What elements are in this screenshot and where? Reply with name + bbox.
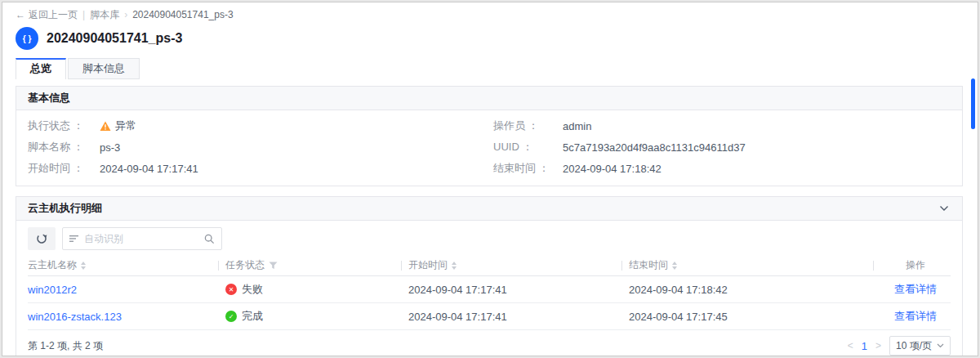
column-divider <box>218 261 219 271</box>
operator-value: admin <box>563 120 591 132</box>
back-button[interactable]: ← 返回上一页 <box>16 8 78 22</box>
column-header-end-time[interactable]: 结束时间 <box>629 258 880 272</box>
column-header-start-time[interactable]: 开始时间 <box>408 258 629 272</box>
basic-info-header: 基本信息 <box>16 87 962 110</box>
column-divider <box>873 261 874 271</box>
tab-overview[interactable]: 总览 <box>16 58 66 79</box>
column-label: 任务状态 <box>225 258 265 272</box>
refresh-button[interactable] <box>28 227 56 250</box>
table-toolbar <box>16 221 962 255</box>
pagination: < 1 > 10 项/页 <box>848 336 951 356</box>
page-size-select[interactable]: 10 项/页 <box>889 336 951 356</box>
tab-bar: 总览 脚本信息 <box>16 58 963 79</box>
end-time-value: 2024-09-04 17:18:42 <box>563 163 662 175</box>
back-label: 返回上一页 <box>29 8 78 22</box>
current-page-number[interactable]: 1 <box>862 340 867 352</box>
basic-info-body: 执行状态 ： 异常 脚本名称 ： ps-3 开始时间 ： <box>16 110 962 186</box>
vm-exec-detail-card: 云主机执行明细 <box>16 196 963 356</box>
field-label: UUID ： <box>493 140 563 154</box>
start-time-value: 2024-09-04 17:17:41 <box>100 163 198 175</box>
table-row: win2016-zstack.123 ✓ 完成 2024-09-04 17:17… <box>28 303 951 330</box>
column-label: 云主机名称 <box>28 258 77 272</box>
exec-status-value: 异常 <box>115 119 136 133</box>
status-text: 失败 <box>242 282 263 297</box>
success-icon: ✓ <box>225 311 237 322</box>
column-label: 结束时间 <box>629 258 668 272</box>
page-size-value: 10 项/页 <box>896 339 932 353</box>
field-label: 结束时间 ： <box>493 161 563 176</box>
column-header-actions: 操作 <box>880 258 951 272</box>
page-title: 20240904051741_ps-3 <box>47 31 182 46</box>
sort-icon[interactable] <box>452 262 457 270</box>
row-end-time: 2024-09-04 17:17:45 <box>629 311 880 323</box>
view-details-link[interactable]: 查看详情 <box>894 310 937 322</box>
field-label: 脚本名称 ： <box>28 140 100 154</box>
breadcrumb-item-script-library[interactable]: 脚本库 <box>90 8 119 22</box>
basic-info-title: 基本信息 <box>28 91 70 105</box>
field-uuid: UUID ： 5c7a7193a20d4f9aa8c1131c94611d37 <box>493 136 951 158</box>
warning-icon <box>100 121 111 132</box>
field-label: 开始时间 ： <box>28 161 100 176</box>
vertical-scrollbar-thumb[interactable] <box>971 78 975 129</box>
search-input[interactable] <box>84 233 199 244</box>
vm-table: 云主机名称 任务状态 开始时间 结束时间 <box>16 255 962 330</box>
table-footer: 第 1-2 项, 共 2 项 < 1 > 10 项/页 <box>16 330 962 356</box>
column-header-task-status[interactable]: 任务状态 <box>225 258 408 272</box>
script-name-link[interactable]: ps-3 <box>100 141 120 154</box>
total-count-text: 第 1-2 项, 共 2 项 <box>28 339 103 353</box>
column-header-vm-name[interactable]: 云主机名称 <box>28 258 225 272</box>
breadcrumb-item-current: 20240904051741_ps-3 <box>132 9 233 20</box>
field-label: 执行状态 ： <box>28 119 100 133</box>
status-badge: ✕ 失败 <box>225 282 408 297</box>
basic-info-right-column: 操作员 ： admin UUID ： 5c7a7193a20d4f9aa8c11… <box>493 115 951 179</box>
vm-exec-detail-title: 云主机执行明细 <box>28 201 102 216</box>
refresh-icon <box>36 233 47 244</box>
vm-exec-detail-header: 云主机执行明细 <box>16 197 962 221</box>
field-operator: 操作员 ： admin <box>493 115 951 136</box>
collapse-chevron-down-icon[interactable] <box>939 205 949 212</box>
sort-icon[interactable] <box>672 262 677 270</box>
title-row: { } 20240904051741_ps-3 <box>16 26 963 51</box>
tab-script-info[interactable]: 脚本信息 <box>68 58 140 79</box>
field-script-name: 脚本名称 ： ps-3 <box>28 136 493 158</box>
back-arrow-icon: ← <box>16 9 25 20</box>
row-start-time: 2024-09-04 17:17:41 <box>408 311 629 323</box>
vm-name-link[interactable]: win2016-zstack.123 <box>28 311 122 323</box>
row-end-time: 2024-09-04 17:18:42 <box>629 284 880 296</box>
view-details-link[interactable]: 查看详情 <box>894 283 937 295</box>
uuid-value: 5c7a7193a20d4f9aa8c1131c94611d37 <box>563 141 746 154</box>
status-text: 完成 <box>242 309 263 324</box>
next-page-icon[interactable]: > <box>875 340 881 351</box>
chevron-down-icon <box>937 343 944 348</box>
search-box <box>62 227 222 250</box>
field-start-time: 开始时间 ： 2024-09-04 17:17:41 <box>28 158 493 179</box>
table-header-row: 云主机名称 任务状态 开始时间 结束时间 <box>28 255 951 276</box>
column-divider <box>621 261 622 271</box>
breadcrumb-separator: › <box>124 9 127 20</box>
column-label: 操作 <box>906 258 925 272</box>
filter-lines-icon <box>69 235 79 243</box>
basic-info-left-column: 执行状态 ： 异常 脚本名称 ： ps-3 开始时间 ： <box>28 115 493 179</box>
script-braces-icon: { } <box>16 27 38 50</box>
sort-icon[interactable] <box>81 262 86 270</box>
table-row: win2012r2 ✕ 失败 2024-09-04 17:17:41 2024-… <box>28 276 951 303</box>
breadcrumb: ← 返回上一页 | 脚本库 › 20240904051741_ps-3 <box>16 7 963 22</box>
status-badge: ✓ 完成 <box>225 309 408 324</box>
row-start-time: 2024-09-04 17:17:41 <box>408 284 629 296</box>
column-label: 开始时间 <box>408 258 448 272</box>
column-divider <box>401 261 402 271</box>
field-end-time: 结束时间 ： 2024-09-04 17:18:42 <box>493 158 951 179</box>
filter-funnel-icon[interactable] <box>269 262 278 270</box>
vm-name-link[interactable]: win2012r2 <box>28 284 77 296</box>
field-label: 操作员 ： <box>493 119 563 133</box>
basic-info-card: 基本信息 执行状态 ： 异常 脚本名称 ： <box>16 86 963 186</box>
search-icon[interactable] <box>204 234 215 244</box>
breadcrumb-separator: | <box>82 9 85 20</box>
script-detail-page: ← 返回上一页 | 脚本库 › 20240904051741_ps-3 { } … <box>2 2 978 356</box>
field-exec-status: 执行状态 ： 异常 <box>28 115 493 136</box>
fail-icon: ✕ <box>225 284 237 295</box>
prev-page-icon[interactable]: < <box>848 340 853 351</box>
